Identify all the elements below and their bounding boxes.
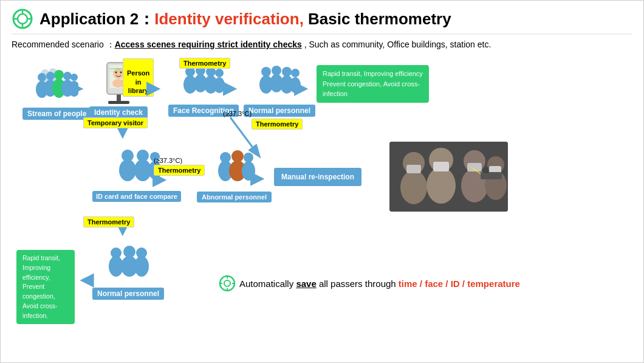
identity-check-device: Person in library Identity check: [89, 61, 148, 119]
svg-point-40: [272, 66, 281, 75]
svg-point-14: [54, 70, 64, 80]
thermometry-tag-1: Thermometry: [179, 58, 230, 69]
svg-point-82: [224, 280, 230, 286]
svg-rect-71: [481, 172, 502, 179]
recommended-scenario: Recommended scenario ：Access scenes requ…: [12, 40, 632, 50]
arrow-2: ▶: [146, 78, 160, 98]
svg-point-10: [38, 73, 46, 81]
arrow-1: ▶: [69, 78, 83, 98]
svg-point-47: [119, 159, 136, 181]
photo-svg: [389, 142, 508, 212]
svg-rect-61: [406, 165, 421, 173]
arrow-abnormal-right: ▶: [250, 168, 264, 188]
header: Application 2：Identity verification, Bas…: [12, 8, 632, 35]
thermometry-tag-bottom: Thermometry: [83, 216, 134, 227]
svg-point-24: [113, 68, 124, 79]
svg-point-42: [282, 67, 292, 77]
auto-save-text: Automatically save all passers through t…: [239, 278, 520, 289]
svg-rect-67: [467, 163, 482, 171]
circular-icon: [218, 274, 236, 292]
green-box-bottom: Rapid transit,Improving efficiency,Preve…: [16, 250, 75, 324]
manual-reinspection-photo: [389, 142, 508, 212]
temporary-visitor-tag: Temporary visitor: [83, 117, 148, 128]
svg-point-36: [215, 69, 224, 77]
svg-point-27: [120, 72, 122, 74]
target-icon: [12, 8, 33, 30]
temp-threshold-1: (≥37.3°C): [154, 157, 182, 164]
svg-point-1: [18, 14, 27, 24]
svg-rect-21: [108, 101, 129, 104]
svg-point-80: [134, 256, 149, 277]
arrow-3: ▶: [223, 78, 236, 98]
thermometry-tag-3: Thermometry: [252, 119, 303, 130]
bottom-save-text: Automatically save all passers through t…: [218, 274, 520, 292]
abnormal-label: Abnormal personnel: [197, 192, 272, 202]
id-card-label: ID card and face compare: [92, 191, 181, 202]
slide: Application 2：Identity verification, Bas…: [0, 0, 644, 363]
arrow-4: ▶: [294, 78, 307, 98]
identity-label: Identity check: [89, 106, 148, 119]
green-box-top: Rapid transit, Improving efficiencyPreve…: [317, 65, 429, 103]
stream-label: Stream of people: [22, 108, 91, 120]
svg-point-26: [115, 72, 117, 74]
svg-rect-72: [484, 167, 488, 173]
normal-personnel-bottom-label: Normal personnel: [92, 288, 164, 300]
svg-point-38: [261, 67, 271, 77]
page-title: Application 2：Identity verification, Bas…: [39, 9, 451, 30]
svg-point-60: [400, 170, 427, 204]
svg-point-44: [291, 69, 300, 77]
svg-point-12: [46, 72, 55, 80]
normal-personnel-bottom: Normal personnel: [92, 244, 164, 300]
svg-point-63: [426, 167, 456, 204]
temp-threshold-diagonal: (≥37.3°C): [223, 110, 252, 117]
manual-reinspection-label: Manual re-inspection: [274, 168, 361, 186]
people-icon-normal-bottom: [104, 244, 152, 285]
flow-area: Stream of people ▶: [12, 57, 632, 348]
svg-rect-64: [433, 162, 449, 171]
left-arrow: ◀: [80, 269, 94, 289]
